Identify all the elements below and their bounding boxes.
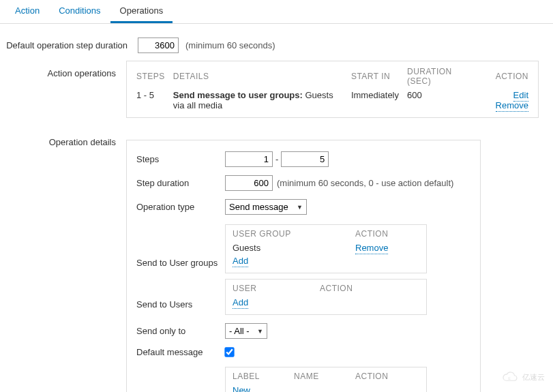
ug-col-action: Action: [355, 229, 388, 239]
conditions-table: Label Name Action New: [225, 367, 427, 392]
col-details: Details: [169, 65, 347, 87]
cloud-icon: E: [499, 370, 520, 384]
watermark: E 亿速云: [499, 370, 545, 384]
col-start: Start in: [347, 65, 403, 87]
send-to-user-groups-label: Send to User groups: [136, 258, 225, 273]
send-to-users-label: Send to Users: [136, 299, 225, 315]
default-message-label: Default message: [136, 347, 225, 357]
step-duration-input[interactable]: [225, 175, 273, 191]
c-col-action: Action: [355, 372, 388, 381]
default-message-checkbox[interactable]: [224, 347, 234, 357]
steps-from-input[interactable]: [225, 151, 273, 167]
svg-text:E: E: [508, 376, 511, 380]
col-steps: Steps: [132, 65, 169, 87]
step-duration-hint: (minimum 60 seconds, 0 - use action defa…: [277, 178, 453, 188]
u-add-link[interactable]: Add: [233, 297, 248, 309]
tab-operations[interactable]: Operations: [110, 0, 173, 23]
user-groups-table: User group Action Guests Remove Add: [225, 224, 427, 273]
operation-type-select[interactable]: Send message: [225, 199, 307, 215]
table-row: 1 - 5 Send message to user groups: Guest…: [132, 87, 533, 113]
u-col-user: User: [233, 284, 320, 293]
default-step-label: Default operation step duration: [1, 37, 138, 50]
u-col-action: Action: [320, 284, 353, 293]
row-steps: 1 - 5: [132, 87, 169, 113]
operation-details-panel: Steps - Step duration (minimum 60 second…: [126, 140, 481, 392]
users-table: User Action Add: [225, 279, 427, 315]
col-action: Action: [478, 65, 533, 87]
send-only-to-select[interactable]: - All -: [225, 323, 267, 339]
c-col-label: Label: [233, 372, 294, 381]
operation-type-label: Operation type: [136, 202, 225, 212]
ug-remove-link[interactable]: Remove: [355, 243, 388, 254]
user-group-row: Guests Remove: [233, 241, 419, 254]
step-duration-label: Step duration: [136, 178, 225, 188]
col-duration: Duration (sec): [403, 65, 478, 87]
ug-col-group: User group: [233, 229, 355, 239]
tabs: Action Conditions Operations: [0, 0, 553, 24]
operation-details-label: Operation details: [0, 134, 126, 147]
row-start: Immediately: [347, 87, 403, 113]
operations-table: Steps Details Start in Duration (sec) Ac…: [132, 65, 533, 113]
send-only-to-label: Send only to: [136, 326, 225, 336]
tab-action[interactable]: Action: [5, 0, 49, 23]
default-step-input[interactable]: [138, 37, 179, 53]
ug-name: Guests: [233, 243, 355, 253]
tab-conditions[interactable]: Conditions: [49, 0, 110, 23]
remove-link[interactable]: Remove: [496, 100, 528, 112]
action-operations-label: Action operations: [0, 65, 126, 78]
ug-add-link[interactable]: Add: [233, 256, 248, 267]
row-details: Send message to user groups: Guests via …: [169, 87, 347, 113]
c-new-link[interactable]: New: [233, 385, 250, 392]
steps-label: Steps: [136, 154, 225, 164]
c-col-name: Name: [294, 372, 355, 381]
default-step-hint: (minimum 60 seconds): [185, 40, 275, 50]
steps-to-input[interactable]: [281, 151, 329, 167]
row-duration: 600: [403, 87, 478, 113]
